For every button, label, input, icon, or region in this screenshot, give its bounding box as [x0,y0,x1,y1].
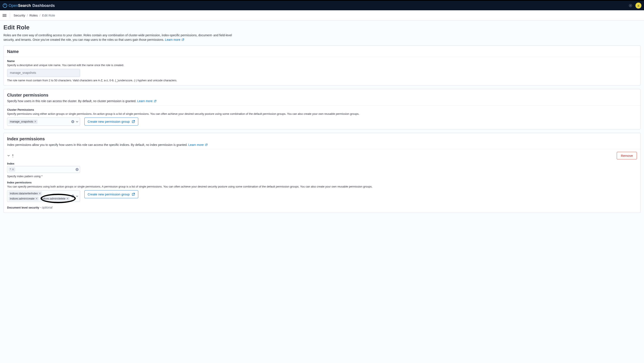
pill-admin-delete: indices:admin/delete [40,197,70,201]
page-description: Roles are the core way of controlling ac… [4,33,240,42]
index-field-label: Index [7,162,637,165]
breadcrumb-security[interactable]: Security [14,13,25,17]
cluster-permissions-panel: Cluster permissions Specify how users in… [4,89,640,129]
pill-manage-snapshots: manage_snapshots [8,119,38,124]
topbar-right: a [628,2,642,8]
pill-label: * [10,168,11,171]
dls-optional: optional [42,206,52,209]
clear-combo-icon[interactable] [76,168,78,171]
remove-pill-icon[interactable] [66,198,68,200]
remove-pill-icon[interactable] [34,121,36,122]
pill-admin-create: indices:admin/create [8,197,39,201]
svg-point-0 [3,4,7,7]
create-index-perm-group-button[interactable]: Create new permission group [84,190,138,198]
svg-point-1 [629,4,632,7]
index-accordion-header: * Remove [7,152,637,159]
index-perm-help: You can specify permissions using both a… [7,185,637,188]
index-permissions-combo[interactable]: indices:data/write/index indices:admin/c… [7,190,80,202]
help-icon[interactable] [628,4,632,7]
pill-label: indices:admin/create [10,197,34,200]
pill-label: manage_snapshots [10,120,33,123]
role-name-input: manage_snapshots [7,69,80,77]
breadcrumb-roles[interactable]: Roles [30,13,38,17]
name-panel: Name Name Specify a descriptive and uniq… [4,45,640,86]
remove-pill-icon[interactable] [12,168,14,170]
external-link-icon [132,120,135,123]
index-permissions-panel: Index permissions Index permissions allo… [4,133,640,213]
pill-data-write-index: indices:data/write/index [8,191,42,196]
index-section-sub: Index permissions allow you to specify h… [7,143,637,147]
chevron-down-icon[interactable] [7,154,10,157]
breadcrumb: Security / Roles / Edit Role [14,13,55,17]
page-title: Edit Role [4,24,640,31]
breadcrumb-current: Edit Role [42,13,55,17]
name-section-title: Name [7,49,637,54]
remove-index-button[interactable]: Remove [617,152,637,159]
remove-pill-icon[interactable] [36,198,38,200]
divider [10,13,10,18]
cluster-learn-more-link[interactable]: Learn more [137,99,156,103]
index-pattern-combo[interactable]: * [7,166,80,173]
remove-pill-icon[interactable] [39,192,41,194]
avatar-letter: a [638,4,639,7]
external-link-icon [182,38,184,41]
breadcrumb-sep: / [40,13,40,17]
clear-combo-icon[interactable] [71,120,74,123]
clear-combo-icon[interactable] [71,195,74,198]
chevron-down-icon[interactable] [76,195,78,198]
cluster-perm-label: Cluster Permissions [7,108,637,111]
index-learn-more-link[interactable]: Learn more [188,143,207,147]
pill-label: indices:admin/delete [41,197,66,200]
name-field-help: Specify a descriptive and unique role na… [7,63,637,67]
external-link-icon [154,100,156,102]
name-field-note: The role name must contain from 2 to 50 … [7,79,637,82]
breadcrumb-sep: / [27,13,28,17]
nav-toggle-icon[interactable] [2,13,6,17]
cluster-section-title: Cluster permissions [7,93,637,98]
opensearch-logo-icon [2,3,7,8]
top-bar: OpenSearch Dashboards a [0,0,644,10]
brand-text: OpenSearch Dashboards [8,3,55,8]
dls-label: Document level security [7,206,39,209]
page: Edit Role Roles are the core way of cont… [0,20,644,220]
accordion-label[interactable]: * [12,154,13,157]
cluster-section-sub: Specify how users in this role can acces… [7,99,637,103]
chevron-down-icon[interactable] [76,120,78,123]
topbar-left: OpenSearch Dashboards [2,3,55,8]
user-avatar[interactable]: a [636,2,642,8]
learn-more-link[interactable]: Learn more [165,38,184,41]
app-logo[interactable]: OpenSearch Dashboards [2,3,55,8]
external-link-icon [205,144,208,146]
cluster-perm-help: Specify permissions using either action … [7,112,637,115]
pill-star: * [8,167,15,172]
page-desc-text: Roles are the core way of controlling ac… [4,33,232,41]
svg-point-2 [630,5,631,6]
cluster-permissions-combo[interactable]: manage_snapshots [7,118,80,126]
index-perm-label: Index permissions [7,181,637,184]
breadcrumb-bar: Security / Roles / Edit Role [0,10,644,20]
index-section-title: Index permissions [7,136,637,141]
name-field-label: Name [7,59,637,63]
index-pattern-note: Specify index pattern using * [7,175,637,178]
pill-label: indices:data/write/index [10,192,38,195]
create-cluster-perm-group-button[interactable]: Create new permission group [84,118,138,125]
external-link-icon [132,193,135,196]
